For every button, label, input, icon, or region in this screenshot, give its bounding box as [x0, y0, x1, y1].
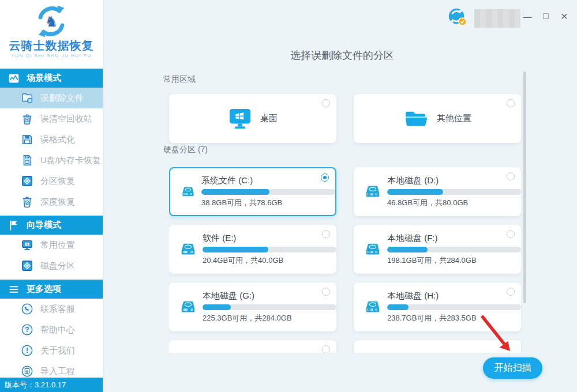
sidebar-item-customer-service[interactable]: 联系客服 [0, 299, 103, 319]
scene-mode-icon [8, 73, 20, 84]
usage-bar [387, 247, 521, 252]
hard-drive-icon [181, 238, 196, 261]
radio-partition-g[interactable] [322, 288, 330, 296]
version-label: 版本号：3.21.0.17 [0, 378, 103, 392]
partition-grid: 系统文件 (C:) 38.8GB可用，共78.6GB 本地磁盘 (D:) [169, 167, 522, 353]
start-scan-button[interactable]: 开始扫描 [483, 357, 542, 379]
svg-text:!: ! [26, 346, 28, 355]
minimize-button[interactable]: — [520, 8, 534, 24]
usage-bar [387, 189, 521, 195]
radio-other-location[interactable] [507, 99, 515, 107]
svg-text:♞: ♞ [44, 13, 58, 29]
radio-partition-partial[interactable] [322, 345, 330, 353]
sidebar-item-label: 误删除文件 [40, 93, 84, 104]
folder-delete-icon [21, 92, 33, 104]
sidebar-item-label: 帮助中心 [40, 325, 75, 336]
sidebar: ♞ 云骑士数据恢复 YUN QI SHI SHU JU HUI FU 场景模式 … [0, 0, 103, 392]
radio-partition-e[interactable] [322, 230, 330, 238]
deep-recovery-icon [21, 195, 33, 208]
usage-bar [201, 189, 335, 195]
partition-card-e[interactable]: 软件 (E:) 20.4GB可用，共40.0GB [169, 225, 336, 274]
common-card-other-location[interactable]: 其他位置 [354, 94, 521, 143]
partition-usage: 238.7GB可用，共283.5GB [387, 313, 521, 323]
sidebar-item-label: U盘/内存卡恢复 [40, 155, 101, 166]
usage-bar [387, 304, 521, 310]
sidebar-item-label: 分区恢复 [40, 176, 75, 187]
common-area-grid: 桌面 其他位置 [169, 94, 521, 143]
partition-card-d[interactable]: 本地磁盘 (D:) 46.8GB可用，共80.0GB [354, 167, 521, 216]
sidebar-item-common-locations[interactable]: 常用位置 [0, 235, 103, 255]
sidebar-item-label: 误格式化 [40, 134, 75, 145]
partition-card-h[interactable]: 本地磁盘 (H:) 238.7GB可用，共283.5GB [354, 282, 521, 331]
floppy-disk-icon [21, 133, 33, 146]
section-header-scene-mode: 场景模式 [0, 69, 103, 88]
disk-icon [21, 259, 33, 272]
scrollbar-thumb[interactable] [523, 71, 526, 303]
sidebar-item-deep-recovery[interactable]: 深度恢复 [0, 191, 103, 212]
disk-partition-icon [21, 175, 33, 187]
sidebar-item-label: 联系客服 [40, 304, 75, 315]
update-status-icon[interactable] [447, 6, 469, 28]
hard-drive-icon [182, 180, 194, 203]
radio-partition-f[interactable] [507, 230, 515, 238]
svg-text:?: ? [25, 326, 29, 334]
info-exclamation-icon: ! [21, 344, 33, 357]
maximize-button[interactable]: □ [539, 8, 553, 24]
radio-partition-c[interactable] [321, 174, 329, 182]
app-logo-icon: ♞ [33, 3, 69, 39]
partition-card-g[interactable]: 本地磁盘 (G:) 225.3GB可用，共284.0GB [169, 282, 336, 331]
radio-partition-h[interactable] [507, 288, 515, 296]
sidebar-item-usb-memory-card[interactable]: U盘/内存卡恢复 [0, 150, 103, 171]
hard-drive-icon [365, 238, 380, 261]
hard-drive-icon [365, 180, 380, 203]
app-title: 云骑士数据恢复 [9, 39, 94, 52]
sidebar-item-label: 导入工程 [40, 366, 75, 377]
sidebar-item-help-center[interactable]: ? 帮助中心 [0, 319, 103, 340]
section-header-guide-mode: 向导模式 [0, 216, 103, 235]
partition-card-f[interactable]: 本地磁盘 (F:) 198.1GB可用，共284.0GB [354, 225, 521, 274]
radio-partition-d[interactable] [507, 172, 515, 180]
partition-usage: 46.8GB可用，共80.0GB [387, 198, 521, 208]
partition-usage: 38.8GB可用，共78.6GB [201, 198, 335, 208]
partition-card-c[interactable]: 系统文件 (C:) 38.8GB可用，共78.6GB [169, 167, 336, 216]
radio-desktop[interactable] [322, 99, 330, 107]
partition-area-label: 硬盘分区 (7) [163, 145, 208, 155]
sidebar-item-deleted-files[interactable]: 误删除文件 [0, 88, 103, 108]
partition-usage: 225.3GB可用，共284.0GB [203, 313, 336, 323]
section-label: 更多选项 [27, 284, 61, 295]
partition-name: 系统文件 (C:) [201, 175, 335, 186]
common-card-label: 桌面 [260, 113, 278, 124]
partition-card-partial-left[interactable] [169, 340, 336, 353]
folder-icon [403, 108, 429, 129]
partition-name: 本地磁盘 (G:) [203, 291, 336, 301]
page-title: 选择误删除文件的分区 [163, 48, 521, 62]
sidebar-item-disk-partitions[interactable]: 磁盘分区 [0, 255, 103, 276]
sidebar-item-label: 磁盘分区 [40, 261, 75, 272]
partition-card-partial-right[interactable] [354, 340, 521, 353]
app-logo: ♞ 云骑士数据恢复 YUN QI SHI SHU JU HUI FU [0, 0, 103, 65]
common-card-label: 其他位置 [437, 113, 471, 124]
window-controls: — □ × [520, 8, 571, 24]
usage-bar [203, 247, 336, 252]
sidebar-item-partition-recovery[interactable]: 分区恢复 [0, 171, 103, 191]
sidebar-item-label: 误清空回收站 [40, 114, 92, 125]
sidebar-item-formatted[interactable]: 误格式化 [0, 129, 103, 150]
sidebar-item-emptied-recycle-bin[interactable]: 误清空回收站 [0, 108, 103, 129]
question-icon: ? [21, 323, 33, 336]
sidebar-item-label: 关于我们 [40, 345, 75, 356]
section-header-more-options: 更多选项 [0, 280, 103, 299]
import-icon [21, 365, 33, 378]
partition-name: 本地磁盘 (H:) [387, 291, 521, 301]
hard-drive-icon [181, 296, 196, 319]
partition-name: 本地磁盘 (F:) [387, 233, 521, 244]
partition-name: 软件 (E:) [203, 233, 336, 244]
close-button[interactable]: × [557, 8, 571, 24]
redacted-user-area [474, 9, 520, 28]
common-area-label: 常用区域 [163, 74, 196, 85]
desktop-icon [228, 108, 252, 130]
phone-icon [21, 303, 33, 315]
memory-card-icon [21, 154, 33, 167]
sidebar-item-about-us[interactable]: ! 关于我们 [0, 340, 103, 361]
monitor-icon [21, 239, 33, 251]
common-card-desktop[interactable]: 桌面 [169, 94, 336, 143]
